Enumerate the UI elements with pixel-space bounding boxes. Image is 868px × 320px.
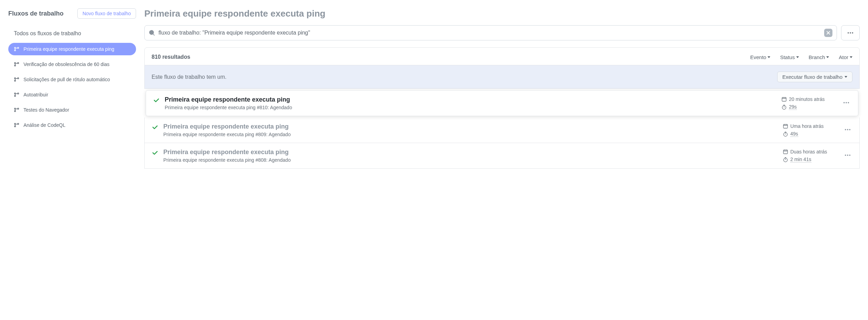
run-title: Primeira equipe respondente executa ping <box>165 96 777 103</box>
run-duration: 49s <box>790 131 798 137</box>
clear-search-button[interactable] <box>824 29 832 37</box>
stopwatch-icon <box>783 131 788 137</box>
caret-down-icon <box>796 56 799 58</box>
page-title: Primeira equipe respondente executa ping <box>144 8 860 19</box>
search-input[interactable] <box>158 30 821 36</box>
run-item[interactable]: Primeira equipe respondente executa ping… <box>146 90 858 116</box>
more-options-button[interactable] <box>841 25 860 40</box>
svg-rect-3 <box>782 97 786 101</box>
success-check-icon <box>153 97 160 105</box>
run-duration: 29s <box>789 104 797 110</box>
filter-branch[interactable]: Branch <box>809 54 829 60</box>
caret-down-icon <box>845 76 847 78</box>
sidebar-item-autoassign[interactable]: Autoatribuir <box>8 88 136 101</box>
new-workflow-button[interactable]: Novo fluxo de trabalho <box>77 8 136 19</box>
sidebar: Fluxos de trabalho Novo fluxo de trabalh… <box>8 8 136 169</box>
run-title: Primeira equipe respondente executa ping <box>163 123 778 130</box>
workflow-icon <box>14 46 19 52</box>
run-options-button[interactable] <box>841 98 851 109</box>
svg-rect-8 <box>783 124 788 128</box>
filter-status[interactable]: Status <box>780 54 799 60</box>
kebab-icon <box>844 126 851 133</box>
run-subtitle: Primeira equipe respondente executa ping… <box>165 105 777 110</box>
filter-label: Ator <box>839 54 848 60</box>
run-meta: Duas horas atrás 2 min 41s <box>783 149 838 162</box>
sidebar-all-label: Todos os fluxos de trabalho <box>14 30 81 37</box>
workflow-icon <box>14 62 19 67</box>
filter-label: Status <box>780 54 795 60</box>
svg-point-11 <box>847 129 848 130</box>
caret-down-icon <box>826 56 829 58</box>
run-time: 20 minutos atrás <box>789 96 825 102</box>
results-header: 810 resultados Evento Status Branch Ator <box>144 47 860 65</box>
filter-label: Branch <box>809 54 825 60</box>
calendar-icon <box>781 96 787 102</box>
filters: Evento Status Branch Ator <box>750 54 852 60</box>
success-check-icon <box>152 124 158 132</box>
sidebar-item-browser-tests[interactable]: Testes do Navegador <box>8 104 136 116</box>
sidebar-item-label: Verificação de obsolescência de 60 dias <box>23 62 109 67</box>
main-content: Primeira equipe respondente executa ping… <box>144 8 860 169</box>
run-item[interactable]: Primeira equipe respondente executa ping… <box>144 143 860 169</box>
sidebar-title: Fluxos de trabalho <box>8 10 64 17</box>
run-main: Primeira equipe respondente executa ping… <box>165 96 777 110</box>
sidebar-item-first-responder[interactable]: Primeira equipe respondente executa ping <box>8 43 136 55</box>
sidebar-item-autolabel[interactable]: Solicitações de pull de rótulo automátic… <box>8 73 136 86</box>
x-icon <box>826 31 830 35</box>
results-count: 810 resultados <box>152 54 190 60</box>
sidebar-item-label: Testes do Navegador <box>23 107 69 113</box>
run-item[interactable]: Primeira equipe respondente executa ping… <box>144 117 860 143</box>
svg-point-12 <box>849 129 850 130</box>
run-options-button[interactable] <box>843 125 852 135</box>
kebab-icon <box>844 152 851 159</box>
workflow-icon <box>14 122 19 128</box>
workflow-icon <box>14 77 19 82</box>
svg-point-15 <box>845 154 846 156</box>
run-time: Duas horas atrás <box>790 149 827 154</box>
calendar-icon <box>783 123 788 129</box>
sidebar-item-label: Análise de CodeQL <box>23 122 65 128</box>
run-duration: 2 min 41s <box>790 157 811 162</box>
caret-down-icon <box>768 56 770 58</box>
svg-rect-13 <box>783 150 788 154</box>
svg-point-0 <box>848 32 849 34</box>
run-options-button[interactable] <box>843 150 852 161</box>
run-subtitle: Primeira equipe respondente executa ping… <box>163 157 778 163</box>
sidebar-all-workflows[interactable]: Todos os fluxos de trabalho <box>8 27 136 40</box>
toolbar <box>144 25 860 40</box>
filter-event[interactable]: Evento <box>750 54 771 60</box>
calendar-icon <box>783 149 788 154</box>
success-check-icon <box>152 149 158 157</box>
svg-point-6 <box>846 102 847 103</box>
filter-actor[interactable]: Ator <box>839 54 852 60</box>
svg-point-2 <box>852 32 853 34</box>
sidebar-item-codeql[interactable]: Análise de CodeQL <box>8 119 136 131</box>
stopwatch-icon <box>783 157 788 162</box>
workflow-icon <box>14 92 19 97</box>
svg-point-16 <box>847 154 848 156</box>
run-subtitle: Primeira equipe respondente executa ping… <box>163 132 778 137</box>
dispatch-row: Este fluxo de trabalho tem um. Executar … <box>144 65 860 89</box>
filter-label: Evento <box>750 54 766 60</box>
sidebar-item-label: Autoatribuir <box>23 92 48 97</box>
run-time: Uma hora atrás <box>790 123 823 129</box>
svg-point-5 <box>843 102 845 103</box>
search-icon <box>149 30 155 36</box>
svg-point-1 <box>850 32 851 34</box>
workflow-icon <box>14 107 19 113</box>
sidebar-header: Fluxos de trabalho Novo fluxo de trabalh… <box>8 8 136 19</box>
kebab-icon <box>847 29 854 36</box>
run-main: Primeira equipe respondente executa ping… <box>163 149 778 163</box>
run-meta: 20 minutos atrás 29s <box>781 96 837 110</box>
run-title: Primeira equipe respondente executa ping <box>163 149 778 156</box>
caret-down-icon <box>850 56 852 58</box>
svg-point-7 <box>848 102 849 103</box>
stopwatch-icon <box>781 104 787 110</box>
sidebar-item-stale[interactable]: Verificação de obsolescência de 60 dias <box>8 58 136 70</box>
run-main: Primeira equipe respondente executa ping… <box>163 123 778 137</box>
search-box[interactable] <box>144 25 837 40</box>
sidebar-item-label: Solicitações de pull de rótulo automátic… <box>23 77 110 82</box>
run-workflow-button[interactable]: Executar fluxo de trabalho <box>777 72 852 82</box>
svg-point-10 <box>845 129 846 130</box>
run-meta: Uma hora atrás 49s <box>783 123 838 137</box>
